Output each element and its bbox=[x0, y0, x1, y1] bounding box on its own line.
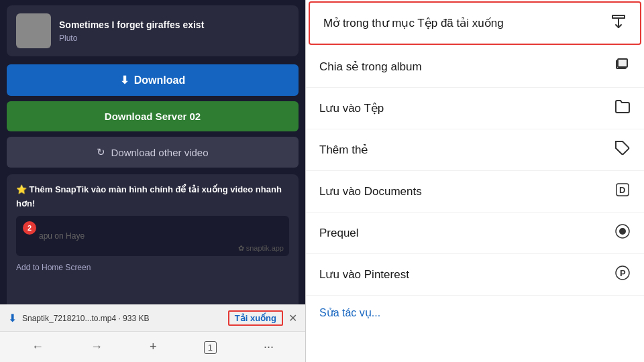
media-title: Sometimes I forget giraffes exist bbox=[59, 19, 204, 31]
menu-item-0[interactable]: Mở trong thư mục Tệp đã tải xuống bbox=[309, 1, 641, 45]
page-label: apu on Haye bbox=[39, 230, 85, 242]
menu-item-icon-6: P bbox=[614, 265, 631, 284]
menu-item-icon-2 bbox=[614, 99, 631, 118]
menu-item-label-6: Lưu vào Pinterest bbox=[319, 267, 409, 282]
tabs-count: 1 bbox=[204, 341, 217, 354]
menu-item-6[interactable]: Lưu vào PinterestP bbox=[306, 254, 644, 296]
menu-footer: Sửa tác vụ... bbox=[306, 296, 644, 330]
svg-rect-2 bbox=[618, 59, 627, 67]
download-button[interactable]: ⬇ Download bbox=[7, 64, 299, 96]
menu-item-2[interactable]: Lưu vào Tệp bbox=[306, 88, 644, 129]
svg-text:P: P bbox=[620, 268, 626, 278]
bottom-bar: ⬇ Snaptik_7218210...to.mp4 · 933 KB Tải … bbox=[0, 304, 305, 362]
nav-back-button[interactable]: ← bbox=[25, 337, 50, 357]
download-filename: Snaptik_7218210...to.mp4 · 933 KB bbox=[22, 314, 223, 323]
download-progress-bar: ⬇ Snaptik_7218210...to.mp4 · 933 KB Tải … bbox=[0, 305, 305, 332]
download-arrow-icon: ⬇ bbox=[120, 74, 129, 86]
nav-tabs-button[interactable]: 1 bbox=[197, 337, 223, 357]
menu-item-icon-4: D bbox=[614, 182, 631, 201]
media-info: Sometimes I forget giraffes exist Pluto bbox=[59, 19, 204, 42]
add-home-row: Add to Home Screen bbox=[16, 260, 289, 274]
menu-item-label-3: Thêm thẻ bbox=[319, 143, 368, 157]
nav-more-button[interactable]: ··· bbox=[257, 337, 280, 357]
media-subtitle: Pluto bbox=[59, 34, 204, 43]
menu-item-4[interactable]: Lưu vào DocumentsD bbox=[306, 171, 644, 213]
promo-content-area: 2 apu on Haye ✿ snaptik.app bbox=[16, 216, 289, 256]
refresh-icon: ↻ bbox=[97, 146, 105, 158]
media-thumbnail bbox=[16, 13, 51, 48]
menu-item-label-2: Lưu vào Tệp bbox=[319, 101, 384, 115]
close-download-bar-button[interactable]: ✕ bbox=[288, 312, 297, 324]
notification-badge: 2 bbox=[23, 221, 36, 235]
media-card: Sometimes I forget giraffes exist Pluto bbox=[7, 5, 299, 56]
menu-item-label-1: Chia sẻ trong album bbox=[319, 60, 422, 74]
menu-item-icon-0 bbox=[610, 13, 627, 33]
download-server02-button[interactable]: Download Server 02 bbox=[7, 101, 299, 131]
menu-item-icon-5 bbox=[614, 223, 631, 243]
add-home-text: Add to Home Screen bbox=[16, 263, 91, 272]
right-panel: Mở trong thư mục Tệp đã tải xuốngChia sẻ… bbox=[305, 0, 644, 362]
menu-item-label-5: Prequel bbox=[319, 227, 359, 240]
tai-xuong-button[interactable]: Tải xuống bbox=[228, 310, 283, 326]
close-icon: ✕ bbox=[288, 312, 297, 324]
menu-item-icon-3 bbox=[614, 140, 631, 160]
left-panel: Sometimes I forget giraffes exist Pluto … bbox=[0, 0, 305, 362]
watermark: ✿ snaptik.app bbox=[238, 243, 284, 254]
browser-nav-bar: ← → + 1 ··· bbox=[0, 332, 305, 362]
download-other-button[interactable]: ↻ Download other video bbox=[7, 137, 299, 168]
nav-forward-button[interactable]: → bbox=[84, 337, 109, 357]
edit-actions-link[interactable]: Sửa tác vụ... bbox=[319, 307, 380, 318]
menu-item-3[interactable]: Thêm thẻ bbox=[306, 129, 644, 171]
download-small-icon: ⬇ bbox=[8, 312, 17, 324]
menu-item-label-4: Lưu vào Documents bbox=[319, 184, 422, 198]
menu-items-container: Mở trong thư mục Tệp đã tải xuốngChia sẻ… bbox=[306, 0, 644, 296]
menu-item-label-0: Mở trong thư mục Tệp đã tải xuống bbox=[323, 16, 504, 30]
svg-point-7 bbox=[619, 228, 626, 235]
menu-item-5[interactable]: Prequel bbox=[306, 213, 644, 254]
svg-text:D: D bbox=[619, 185, 625, 195]
menu-item-1[interactable]: Chia sẻ trong album bbox=[306, 46, 644, 88]
nav-add-button[interactable]: + bbox=[143, 337, 164, 357]
menu-item-icon-1 bbox=[614, 57, 631, 76]
